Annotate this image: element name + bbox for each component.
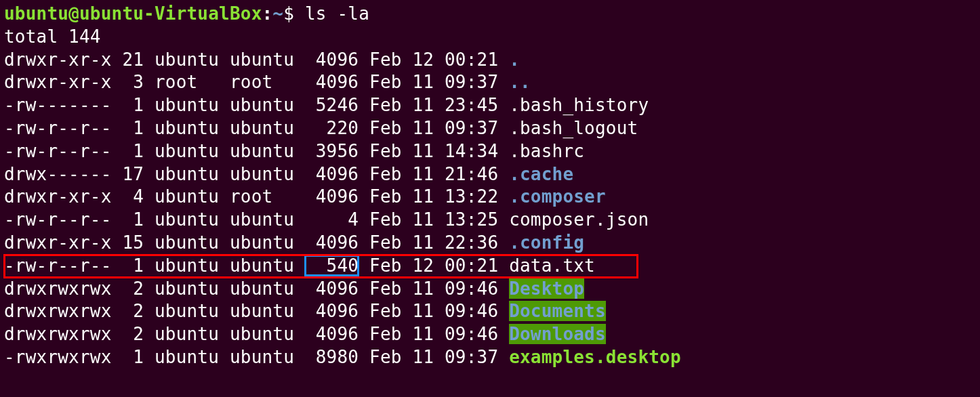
file-size: 4096 [305, 232, 359, 253]
file-size: 540 [305, 255, 359, 276]
file-size: 4 [305, 209, 359, 230]
file-name: .composer [509, 186, 606, 207]
file-row: drwxr-xr-x 21 ubuntu ubuntu 4096 Feb 12 … [4, 49, 976, 72]
file-row: drwxr-xr-x 3 root root 4096 Feb 11 09:37… [4, 71, 976, 94]
file-date: Feb 11 21:46 [359, 164, 509, 184]
prompt-separator: : [262, 3, 272, 24]
terminal-output[interactable]: ubuntu@ubuntu-VirtualBox:~$ ls -latotal … [4, 3, 976, 369]
file-name: Desktop [509, 278, 584, 299]
file-size: 4096 [305, 164, 359, 184]
file-row: -rw-r--r-- 1 ubuntu ubuntu 3956 Feb 11 1… [4, 140, 976, 163]
file-date: Feb 12 00:21 [359, 255, 509, 276]
file-date: Feb 11 13:22 [359, 186, 509, 207]
file-row: drwxrwxrwx 2 ubuntu ubuntu 4096 Feb 11 0… [4, 278, 976, 301]
file-size: 3956 [305, 141, 359, 161]
file-date: Feb 11 09:46 [359, 278, 509, 299]
file-row-prefix: drwxr-xr-x 4 ubuntu root [4, 186, 305, 207]
file-row-prefix: -rwxrwxrwx 1 ubuntu ubuntu [4, 347, 305, 367]
file-date: Feb 11 22:36 [359, 232, 509, 253]
file-date: Feb 11 09:37 [359, 118, 509, 138]
file-row: drwxr-xr-x 15 ubuntu ubuntu 4096 Feb 11 … [4, 232, 976, 255]
prompt-dollar: $ [283, 3, 294, 24]
file-row-prefix: drwxr-xr-x 21 ubuntu ubuntu [4, 49, 305, 70]
file-row-prefix: -rw-r--r-- 1 ubuntu ubuntu [4, 209, 305, 230]
file-row-prefix: drwxrwxrwx 2 ubuntu ubuntu [4, 278, 305, 299]
file-row: drwxrwxrwx 2 ubuntu ubuntu 4096 Feb 11 0… [4, 300, 976, 323]
file-name: examples.desktop [509, 347, 681, 367]
file-size: 4096 [305, 301, 359, 321]
file-date: Feb 11 09:37 [359, 72, 509, 92]
file-name: data.txt [509, 255, 595, 276]
file-name: Downloads [509, 324, 606, 344]
file-date: Feb 11 09:46 [359, 301, 509, 321]
file-name: composer.json [509, 209, 649, 230]
file-size: 220 [305, 118, 359, 138]
file-row: -rwxrwxrwx 1 ubuntu ubuntu 8980 Feb 11 0… [4, 346, 976, 369]
file-name: . [509, 49, 520, 70]
file-row: -rw------- 1 ubuntu ubuntu 5246 Feb 11 2… [4, 94, 976, 117]
file-date: Feb 12 00:21 [359, 49, 509, 70]
total-line: total 144 [4, 26, 976, 49]
file-row: drwxr-xr-x 4 ubuntu root 4096 Feb 11 13:… [4, 186, 976, 209]
highlighted-row: -rw-r--r-- 1 ubuntu ubuntu 540 Feb 12 00… [4, 255, 638, 278]
file-row-prefix: drwxrwxrwx 2 ubuntu ubuntu [4, 301, 305, 321]
file-row: -rw-r--r-- 1 ubuntu ubuntu 4 Feb 11 13:2… [4, 209, 976, 232]
file-size: 4096 [305, 186, 359, 207]
file-size: 4096 [305, 278, 359, 299]
file-size: 8980 [305, 347, 359, 367]
file-row: -rw-r--r-- 1 ubuntu ubuntu 220 Feb 11 09… [4, 117, 976, 140]
file-name: .. [509, 72, 531, 92]
file-date: Feb 11 23:45 [359, 95, 509, 115]
file-name: .cache [509, 164, 573, 184]
file-row: -rw-r--r-- 1 ubuntu ubuntu 540 Feb 12 00… [4, 255, 976, 278]
file-name: .bash_logout [509, 118, 638, 138]
file-row: drwx------ 17 ubuntu ubuntu 4096 Feb 11 … [4, 163, 976, 186]
file-date: Feb 11 13:25 [359, 209, 509, 230]
file-row-prefix: -rw-r--r-- 1 ubuntu ubuntu [4, 118, 305, 138]
file-size: 4096 [305, 49, 359, 70]
file-date: Feb 11 09:46 [359, 324, 509, 344]
file-row-prefix: drwxrwxrwx 2 ubuntu ubuntu [4, 324, 305, 344]
file-size: 4096 [305, 324, 359, 344]
file-row: drwxrwxrwx 2 ubuntu ubuntu 4096 Feb 11 0… [4, 323, 976, 346]
file-name: .config [509, 232, 584, 253]
file-name: .bashrc [509, 141, 584, 161]
prompt-line: ubuntu@ubuntu-VirtualBox:~$ ls -la [4, 3, 976, 26]
file-size: 5246 [305, 95, 359, 115]
file-row-prefix: drwxr-xr-x 15 ubuntu ubuntu [4, 232, 305, 253]
file-size: 4096 [305, 72, 359, 92]
file-name: Documents [509, 301, 606, 321]
prompt-path: ~ [272, 3, 283, 24]
file-date: Feb 11 09:37 [359, 347, 509, 367]
file-row-prefix: drwx------ 17 ubuntu ubuntu [4, 164, 305, 184]
file-row-prefix: -rw------- 1 ubuntu ubuntu [4, 95, 305, 115]
file-date: Feb 11 14:34 [359, 141, 509, 161]
command-text: ls -la [294, 3, 369, 24]
file-row-prefix: drwxr-xr-x 3 root root [4, 72, 305, 92]
file-row-prefix: -rw-r--r-- 1 ubuntu ubuntu [4, 141, 305, 161]
file-row-prefix: -rw-r--r-- 1 ubuntu ubuntu [4, 255, 305, 276]
file-name: .bash_history [509, 95, 649, 115]
prompt-user-host: ubuntu@ubuntu-VirtualBox [4, 3, 262, 24]
